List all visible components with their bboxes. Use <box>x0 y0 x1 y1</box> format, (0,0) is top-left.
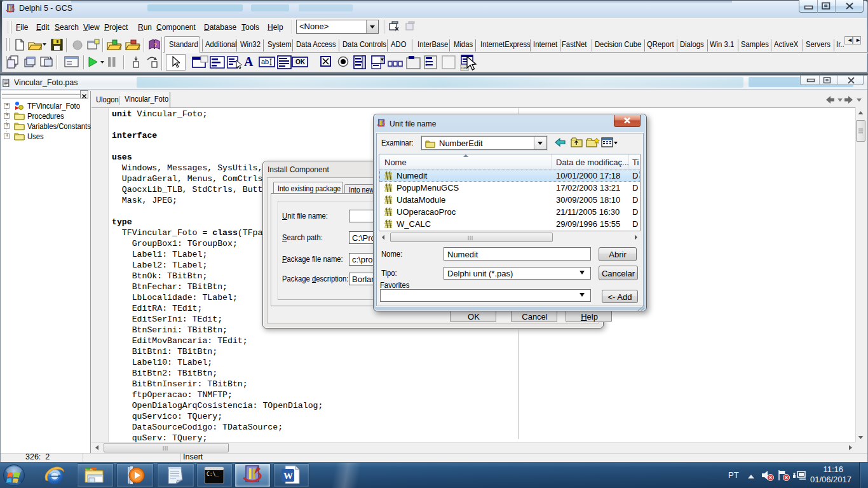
svg-text:W: W <box>283 471 293 481</box>
svg-text:C:\_: C:\_ <box>207 471 219 477</box>
svg-text:OK: OK <box>295 58 306 65</box>
svg-text:ab: ab <box>261 58 269 65</box>
